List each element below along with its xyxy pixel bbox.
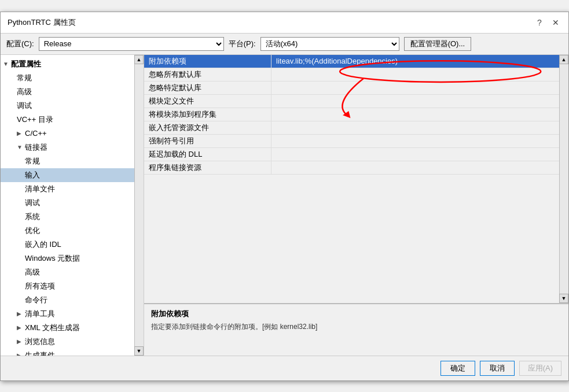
- sidebar-item-general[interactable]: 常规: [1, 71, 134, 85]
- config-manager-button[interactable]: 配置管理器(O)...: [404, 37, 472, 51]
- sidebar-item-xml-gen[interactable]: ▶ XML 文档生成器: [1, 321, 134, 335]
- description-panel: 附加依赖项 指定要添加到链接命令行的附加项。[例如 kernel32.lib]: [144, 304, 568, 356]
- ok-button[interactable]: 确定: [440, 361, 475, 376]
- prop-value-additional-deps: liteav.lib;%(AdditionalDependencies) ▼: [271, 55, 568, 68]
- prop-name-embed-managed: 嵌入托管资源文件: [144, 121, 271, 134]
- config-bar: 配置(C): Release 平台(P): 活动(x64) 配置管理器(O)..…: [1, 34, 568, 55]
- prop-name-ignore-all-libs: 忽略所有默认库: [144, 68, 271, 81]
- prop-name-module-def: 模块定义文件: [144, 95, 271, 108]
- config-label: 配置(C):: [6, 39, 34, 49]
- prop-row-add-module-assembly[interactable]: 将模块添加到程序集: [144, 108, 568, 121]
- prop-row-force-symbol[interactable]: 强制符号引用: [144, 135, 568, 148]
- sidebar-item-linker-general[interactable]: 常规: [1, 154, 134, 168]
- prop-name-delay-load: 延迟加载的 DLL: [144, 148, 271, 161]
- sidebar-item-linker-input[interactable]: 输入: [1, 168, 134, 182]
- sidebar-item-cpp[interactable]: ▶ C/C++: [1, 127, 134, 140]
- title-bar-controls: ? ✕: [534, 17, 561, 28]
- sidebar-item-linker-all[interactable]: 所有选项: [1, 279, 134, 293]
- desc-text: 指定要添加到链接命令行的附加项。[例如 kernel32.lib]: [151, 321, 561, 332]
- sidebar-item-linker-manifest[interactable]: 清单文件: [1, 182, 134, 196]
- prop-name-add-module-assembly: 将模块添加到程序集: [144, 108, 271, 121]
- config-select[interactable]: Release: [39, 37, 224, 51]
- prop-row-module-def[interactable]: 模块定义文件: [144, 95, 568, 108]
- sidebar-item-linker-optimize[interactable]: 优化: [1, 224, 134, 238]
- prop-scroll-up[interactable]: ▲: [559, 55, 568, 64]
- sidebar-item-linker-debug[interactable]: 调试: [1, 196, 134, 210]
- help-button[interactable]: ?: [534, 17, 545, 28]
- prop-value-assembly-link: [271, 161, 568, 174]
- expand-arrow-cpp: ▶: [17, 128, 25, 139]
- prop-row-embed-managed[interactable]: 嵌入托管资源文件: [144, 121, 568, 135]
- expand-arrow-xml: ▶: [17, 322, 25, 334]
- sidebar-item-manifest-tool[interactable]: ▶ 清单工具: [1, 307, 134, 321]
- expand-arrow-browse: ▶: [17, 336, 25, 347]
- sidebar-item-linker-adv[interactable]: 高级: [1, 265, 134, 279]
- close-button[interactable]: ✕: [550, 17, 561, 28]
- title-bar: PythonTRTC 属性页 ? ✕: [1, 12, 568, 34]
- prop-value-ignore-all-libs: [271, 68, 568, 81]
- prop-value-force-symbol: [271, 135, 568, 147]
- prop-row-assembly-link[interactable]: 程序集链接资源: [144, 161, 568, 175]
- sidebar-item-browse[interactable]: ▶ 浏览信息: [1, 335, 134, 349]
- main-content: ▲ ▼ ▼ 配置属性 常规 高级 调试 VC++ 目录 ▶ C/C++ ▼ 链接…: [1, 55, 568, 356]
- desc-title: 附加依赖项: [151, 309, 561, 319]
- prop-name-force-symbol: 强制符号引用: [144, 135, 271, 147]
- sidebar-item-linker-cmdline[interactable]: 命令行: [1, 293, 134, 307]
- prop-name-additional-deps: 附加依赖项: [144, 55, 271, 68]
- sidebar-item-build-events[interactable]: ▶ 生成事件: [1, 349, 134, 356]
- sidebar-item-linker[interactable]: ▼ 链接器: [1, 140, 134, 154]
- sidebar-item-linker-system[interactable]: 系统: [1, 210, 134, 224]
- prop-name-ignore-specific-libs: 忽略特定默认库: [144, 82, 271, 94]
- platform-label: 平台(P):: [229, 39, 256, 49]
- prop-value-delay-load: [271, 148, 568, 161]
- right-panel: ▲ ▼ 附加依赖项 liteav.lib;%(AdditionalDepende…: [144, 55, 568, 356]
- cancel-button[interactable]: 取消: [480, 361, 515, 376]
- bottom-bar: 确定 取消 应用(A): [1, 356, 568, 380]
- expand-arrow-manifest: ▶: [17, 308, 25, 320]
- platform-select[interactable]: 活动(x64): [260, 37, 399, 51]
- prop-value-embed-managed: [271, 121, 568, 134]
- prop-value-add-module-assembly: [271, 108, 568, 121]
- prop-scroll-down[interactable]: ▼: [559, 294, 568, 303]
- prop-row-additional-deps[interactable]: 附加依赖项 liteav.lib;%(AdditionalDependencie…: [144, 55, 568, 68]
- sidebar-item-vc-dirs[interactable]: VC++ 目录: [1, 113, 134, 127]
- sidebar-item-config-properties[interactable]: ▼ 配置属性: [1, 57, 134, 71]
- property-grid: ▲ ▼ 附加依赖项 liteav.lib;%(AdditionalDepende…: [144, 55, 568, 304]
- expand-arrow: ▼: [3, 58, 11, 70]
- sidebar-item-linker-idl[interactable]: 嵌入的 IDL: [1, 238, 134, 252]
- sidebar-item-linker-winmeta[interactable]: Windows 元数据: [1, 252, 134, 265]
- sidebar-item-debug[interactable]: 调试: [1, 99, 134, 113]
- apply-button[interactable]: 应用(A): [519, 361, 561, 376]
- prop-value-ignore-specific-libs: [271, 82, 568, 94]
- sidebar-tree: ▼ 配置属性 常规 高级 调试 VC++ 目录 ▶ C/C++ ▼ 链接器 常规…: [1, 55, 135, 356]
- expand-arrow-linker: ▼: [17, 142, 25, 153]
- dialog-window: PythonTRTC 属性页 ? ✕ 配置(C): Release 平台(P):…: [0, 12, 569, 381]
- prop-name-assembly-link: 程序集链接资源: [144, 161, 271, 174]
- window-title: PythonTRTC 属性页: [8, 17, 76, 28]
- prop-row-ignore-all-libs[interactable]: 忽略所有默认库: [144, 68, 568, 82]
- prop-row-delay-load[interactable]: 延迟加载的 DLL: [144, 148, 568, 161]
- sidebar-scroll-down[interactable]: ▼: [134, 346, 144, 356]
- expand-arrow-buildevents: ▶: [17, 350, 25, 356]
- sidebar-scroll-up[interactable]: ▲: [134, 55, 144, 64]
- prop-value-module-def: [271, 95, 568, 108]
- sidebar-item-advanced[interactable]: 高级: [1, 85, 134, 99]
- prop-row-ignore-specific-libs[interactable]: 忽略特定默认库: [144, 82, 568, 95]
